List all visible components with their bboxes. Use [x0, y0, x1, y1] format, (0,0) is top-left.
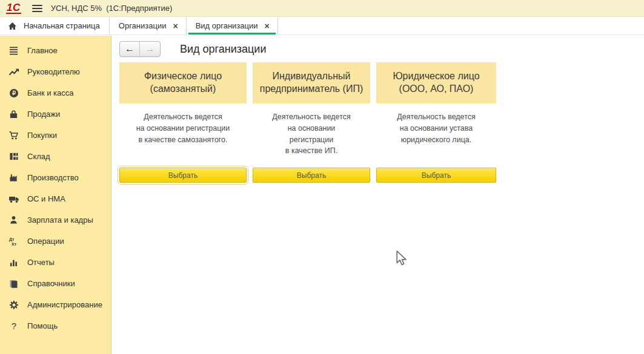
svg-text:Кт: Кт — [12, 242, 17, 246]
bar-chart-icon — [8, 257, 19, 267]
sidebar: Главное Руководителю ₽ Банк и касса Прод… — [0, 36, 111, 354]
debit-credit-icon: ДтКт — [8, 236, 19, 246]
window-title: УСН, НДС 5% (1С:Предприятие) — [51, 4, 172, 13]
cart-icon — [8, 130, 19, 140]
sidebar-item-fixed-assets[interactable]: ОС и НМА — [0, 188, 111, 209]
1c-logo: 1С — [6, 2, 21, 15]
gear-icon — [8, 300, 19, 310]
sidebar-item-production[interactable]: Производство — [0, 167, 111, 188]
person-icon — [8, 215, 19, 225]
sidebar-item-label: Главное — [27, 46, 58, 55]
tab-close-icon[interactable]: × — [265, 22, 270, 30]
question-icon: ? — [8, 321, 19, 331]
sidebar-item-label: Склад — [27, 152, 50, 161]
sidebar-item-bank-cash[interactable]: ₽ Банк и касса — [0, 82, 111, 103]
books-icon — [8, 278, 19, 289]
sidebar-item-label: Зарплата и кадры — [27, 215, 93, 225]
tab-label: Начальная страница — [24, 21, 100, 30]
card-individual-entrepreneur: Индивидуальный предприниматель (ИП) Деят… — [253, 62, 370, 183]
card-legal-entity: Юридическое лицо (ООО, АО, ПАО) Деятельн… — [376, 62, 496, 183]
sidebar-item-label: Руководителю — [27, 67, 80, 76]
card-title: Индивидуальный предприниматель (ИП) — [253, 62, 370, 103]
sidebar-item-reports[interactable]: Отчеты — [0, 252, 111, 273]
trend-up-icon — [8, 67, 19, 77]
card-title: Юридическое лицо (ООО, АО, ПАО) — [376, 62, 496, 103]
sidebar-item-label: Отчеты — [27, 258, 55, 267]
tab-organizations[interactable]: Организации × — [110, 17, 187, 34]
sidebar-item-label: Покупки — [27, 131, 57, 140]
history-nav-group: ← → — [119, 41, 161, 57]
main-menu-icon[interactable] — [32, 3, 42, 14]
tab-home[interactable]: Начальная страница — [0, 17, 110, 34]
sidebar-item-purchases[interactable]: Покупки — [0, 125, 111, 146]
tab-label: Вид организации — [196, 21, 258, 30]
tab-close-icon[interactable]: × — [173, 22, 178, 30]
sidebar-item-label: Продажи — [27, 110, 60, 119]
sidebar-item-manager[interactable]: Руководителю — [0, 61, 111, 82]
back-button[interactable]: ← — [120, 42, 140, 56]
sidebar-item-label: Операции — [27, 237, 64, 246]
sidebar-item-operations[interactable]: ДтКт Операции — [0, 231, 111, 252]
main-content: ← → Вид организации Физическое лицо (сам… — [112, 36, 644, 354]
svg-text:?: ? — [11, 321, 16, 331]
home-icon — [8, 22, 17, 30]
card-description: Деятельность ведется на основании устава… — [376, 103, 496, 168]
select-button[interactable]: Выбрать — [376, 168, 496, 183]
sidebar-item-label: Производство — [27, 173, 79, 182]
sidebar-item-main[interactable]: Главное — [0, 40, 111, 61]
sidebar-item-administration[interactable]: Администрирование — [0, 294, 111, 315]
sidebar-item-label: Справочники — [27, 279, 75, 288]
list-icon — [8, 45, 19, 56]
tab-bar: Начальная страница Организации × Вид орг… — [0, 17, 644, 35]
ruble-circle-icon: ₽ — [8, 88, 19, 98]
card-description: Деятельность ведется на основании регист… — [253, 103, 370, 168]
sidebar-item-label: Помощь — [27, 321, 58, 330]
card-title: Физическое лицо (самозанятый) — [119, 62, 247, 103]
sidebar-item-salary-hr[interactable]: Зарплата и кадры — [0, 209, 111, 231]
warehouse-icon — [8, 151, 19, 162]
tab-organization-kind[interactable]: Вид организации × — [187, 17, 278, 34]
organization-kind-cards: Физическое лицо (самозанятый) Деятельнос… — [119, 62, 644, 183]
forward-button[interactable]: → — [140, 42, 160, 56]
tab-label: Организации — [119, 21, 167, 30]
sidebar-item-sales[interactable]: Продажи — [0, 103, 111, 125]
bag-icon — [8, 109, 19, 119]
truck-icon — [8, 194, 19, 204]
select-button[interactable]: Выбрать — [253, 168, 370, 183]
svg-text:Дт: Дт — [9, 237, 15, 242]
sidebar-item-help[interactable]: ? Помощь — [0, 315, 111, 336]
page-title: Вид организации — [180, 43, 266, 56]
navigation-row: ← → Вид организации — [119, 41, 644, 57]
select-button[interactable]: Выбрать — [119, 168, 247, 183]
sidebar-item-label: Администрирование — [27, 300, 102, 309]
svg-text:₽: ₽ — [12, 90, 15, 96]
sidebar-item-label: Банк и касса — [27, 88, 74, 97]
sidebar-item-warehouse[interactable]: Склад — [0, 146, 111, 167]
sidebar-item-label: ОС и НМА — [27, 194, 65, 203]
sidebar-item-directories[interactable]: Справочники — [0, 273, 111, 294]
card-description: Деятельность ведется на основании регист… — [119, 103, 247, 168]
window-titlebar: 1С УСН, НДС 5% (1С:Предприятие) — [0, 0, 644, 17]
card-individual-self-employed: Физическое лицо (самозанятый) Деятельнос… — [119, 62, 247, 183]
factory-icon — [8, 172, 19, 183]
